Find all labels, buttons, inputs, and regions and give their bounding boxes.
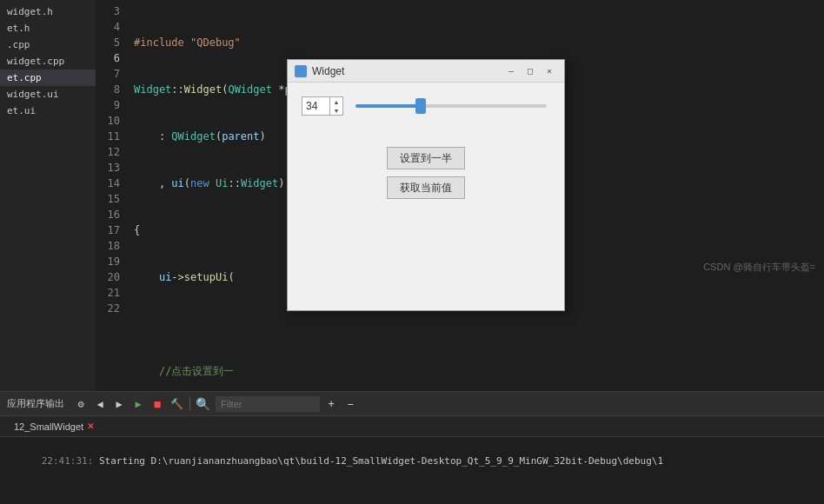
code-line-3: #include "QDebug" <box>134 35 824 50</box>
qt-win-buttons: — □ ✕ <box>503 65 557 77</box>
line-num-6: 6 <box>96 50 120 66</box>
line-num-10: 10 <box>96 113 120 129</box>
line-num-4: 4 <box>96 19 120 35</box>
file-panel: widget.h et.h .cpp widget.cpp et.cpp wid… <box>0 0 96 391</box>
line-num-20: 20 <box>96 269 120 285</box>
line-num-16: 16 <box>96 207 120 222</box>
search-icon: 🔍 <box>196 397 210 411</box>
output-line-1: 22:41:31: Starting D:\ruanjiananzhuangba… <box>42 455 663 467</box>
output-toolbar: 应用程序输出 ⚙ ◀ ▶ ▶ ■ 🔨 🔍 + − <box>0 392 824 416</box>
output-content: 22:41:31: Starting D:\ruanjiananzhuangba… <box>0 437 824 504</box>
qt-spin-up[interactable]: ▲ <box>330 97 342 106</box>
output-panel-title: 应用程序输出 <box>7 397 64 410</box>
file-item-et-cpp[interactable]: et.cpp <box>0 70 96 86</box>
qt-buttons-col: 设置到一半 获取当前值 <box>302 147 550 199</box>
editor-container: widget.h et.h .cpp widget.cpp et.cpp wid… <box>0 0 824 504</box>
line-numbers: 3 4 5 6 7 8 9 10 11 12 13 14 15 16 17 18 <box>96 0 127 391</box>
qt-spinbox-arrows: ▲ ▼ <box>329 97 342 115</box>
line-num-22: 22 <box>96 301 120 316</box>
output-tab-smallwidget[interactable]: 12_SmallWidget ✕ <box>7 420 101 434</box>
tab-close-icon[interactable]: ✕ <box>87 421 94 431</box>
file-item-et-h[interactable]: et.h <box>0 20 96 36</box>
qt-minimize-button[interactable]: — <box>503 65 519 77</box>
file-item-cpp[interactable]: .cpp <box>0 36 96 53</box>
line-num-18: 18 <box>96 238 120 254</box>
set-half-button[interactable]: 设置到一半 <box>387 147 465 169</box>
qt-spinbox[interactable]: 34 ▲ ▼ <box>302 96 343 116</box>
toolbar-plus-button[interactable]: + <box>323 396 339 412</box>
get-value-button[interactable]: 获取当前值 <box>387 176 465 199</box>
line-num-15: 15 <box>96 191 120 207</box>
file-item-widget-h[interactable]: widget.h <box>0 3 96 20</box>
qt-maximize-button[interactable]: □ <box>522 65 538 77</box>
qt-spin-down[interactable]: ▼ <box>330 106 342 115</box>
output-tab-bar: 12_SmallWidget ✕ <box>0 416 824 437</box>
line-num-3: 3 <box>96 3 120 19</box>
qt-dialog: Widget — □ ✕ 34 ▲ ▼ <box>287 59 565 311</box>
qt-close-button[interactable]: ✕ <box>542 65 557 77</box>
line-num-13: 13 <box>96 160 120 176</box>
toolbar-play-button[interactable]: ▶ <box>130 396 146 412</box>
line-num-11: 11 <box>96 129 120 144</box>
line-num-12: 12 <box>96 144 120 160</box>
line-num-19: 19 <box>96 254 120 269</box>
qt-spinbox-value: 34 <box>302 100 329 112</box>
file-item-widget-ui[interactable]: widget.ui <box>0 86 96 103</box>
qt-titlebar: Widget — □ ✕ <box>288 60 564 83</box>
qt-slider-track[interactable] <box>356 104 547 108</box>
file-item-widget-cpp[interactable]: widget.cpp <box>0 53 96 70</box>
qt-title-icon <box>295 65 307 77</box>
toolbar-scroll-right-button[interactable]: ▶ <box>111 396 127 412</box>
output-panel: 应用程序输出 ⚙ ◀ ▶ ▶ ■ 🔨 🔍 + − 12_SmallWidget … <box>0 391 824 504</box>
line-num-8: 8 <box>96 82 120 97</box>
output-tab-label: 12_SmallWidget <box>14 421 83 432</box>
line-num-5: 5 <box>96 35 120 50</box>
line-num-21: 21 <box>96 285 120 301</box>
qt-slider-row: 34 ▲ ▼ <box>302 96 550 116</box>
qt-body: 34 ▲ ▼ 设置到一半 获取当前值 <box>288 83 564 310</box>
toolbar-build-button[interactable]: 🔨 <box>169 396 184 412</box>
toolbar-stop-button[interactable]: ■ <box>150 396 165 412</box>
line-num-9: 9 <box>96 97 120 113</box>
watermark: CSDN @骑自行车带头盔= <box>703 261 815 274</box>
toolbar-scroll-left-button[interactable]: ◀ <box>92 396 108 412</box>
toolbar-separator <box>189 397 190 411</box>
line-num-7: 7 <box>96 66 120 82</box>
line-num-14: 14 <box>96 176 120 191</box>
qt-slider-thumb[interactable] <box>415 98 426 114</box>
code-area: 3 4 5 6 7 8 9 10 11 12 13 14 15 16 17 18 <box>96 0 824 391</box>
code-line-10: //点击设置到一 <box>134 363 824 379</box>
qt-title-text: Widget <box>312 65 503 77</box>
qt-slider-fill <box>356 104 421 108</box>
filter-input[interactable] <box>216 396 320 412</box>
toolbar-settings-button[interactable]: ⚙ <box>73 396 89 412</box>
toolbar-minus-button[interactable]: − <box>342 396 358 412</box>
code-line-9 <box>134 316 824 332</box>
line-num-17: 17 <box>96 222 120 238</box>
editor-main: widget.h et.h .cpp widget.cpp et.cpp wid… <box>0 0 824 391</box>
file-item-et-ui[interactable]: et.ui <box>0 103 96 119</box>
